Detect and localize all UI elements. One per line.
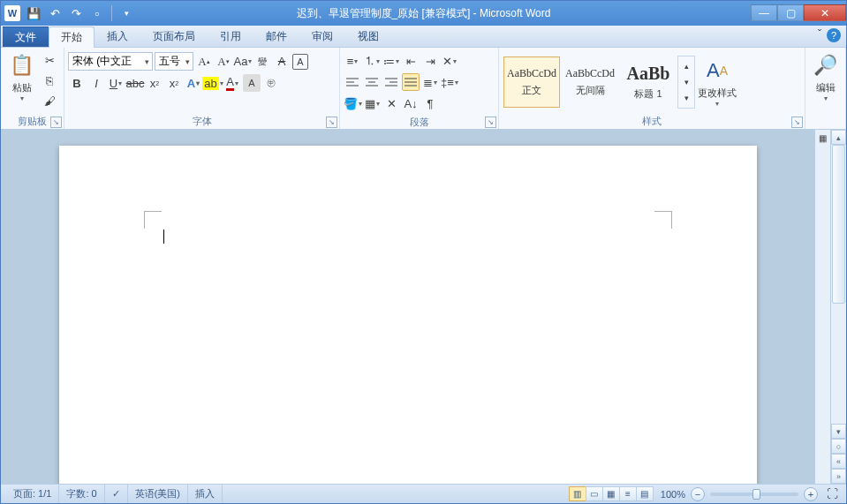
ruler-toggle-icon[interactable]: ▦ (816, 132, 829, 145)
scroll-down-icon[interactable]: ▾ (831, 424, 846, 439)
group-editing: 🔎 编辑 ▾ (805, 48, 846, 129)
scroll-up-icon[interactable]: ▴ (831, 130, 846, 145)
minimize-ribbon-icon[interactable]: ˇ (818, 28, 821, 42)
web-layout-view-icon[interactable]: ▦ (602, 486, 620, 501)
phonetic-guide-icon[interactable]: 變 (253, 53, 271, 71)
status-words[interactable]: 字数: 0 (59, 485, 104, 503)
draft-view-icon[interactable]: ▤ (636, 486, 654, 501)
prev-page-icon[interactable]: « (831, 454, 846, 469)
zoom-out-button[interactable]: − (691, 487, 705, 501)
style-heading1[interactable]: AaBb 标题 1 (620, 56, 677, 108)
status-page[interactable]: 页面: 1/1 (6, 485, 59, 503)
paste-button[interactable]: 📋 粘贴 ▾ (4, 49, 39, 104)
styles-more-icon[interactable]: ▾ (680, 90, 692, 106)
superscript-icon[interactable]: x2 (165, 74, 183, 92)
underline-icon[interactable]: U (107, 74, 125, 92)
align-center-icon[interactable] (363, 73, 381, 91)
grow-font-icon[interactable]: A▴ (195, 53, 213, 71)
tab-references[interactable]: 引用 (208, 26, 253, 47)
clipboard-launcher-icon[interactable]: ↘ (50, 117, 62, 128)
increase-indent-icon[interactable]: ⇥ (421, 52, 439, 70)
tab-home[interactable]: 开始 (49, 26, 95, 48)
strikethrough-icon[interactable]: abc (126, 74, 144, 92)
zoom-level[interactable]: 100% (661, 489, 685, 500)
save-icon[interactable]: 💾 (24, 4, 43, 23)
bold-icon[interactable]: B (68, 74, 86, 92)
change-case-icon[interactable]: Aa (234, 53, 252, 71)
app-window: W 💾 ↶ ↷ ▫ ▾ 迟到、早退管理制度_原始 [兼容模式] - Micros… (0, 0, 847, 504)
bullets-icon[interactable]: ≡ (344, 52, 361, 70)
close-button[interactable]: ✕ (804, 4, 846, 21)
asian-layout-icon[interactable]: ✕ (441, 52, 458, 70)
sort-icon[interactable]: A↓ (402, 94, 420, 112)
distributed-icon[interactable]: ≣ (421, 73, 439, 91)
new-doc-icon[interactable]: ▫ (87, 4, 107, 23)
tab-file[interactable]: 文件 (3, 26, 49, 47)
editing-button[interactable]: 🔎 编辑 ▾ (809, 49, 842, 104)
char-shading-icon[interactable]: A (243, 74, 261, 92)
tab-review[interactable]: 审阅 (299, 26, 345, 47)
style-nospacing[interactable]: AaBbCcDd 无间隔 (562, 56, 618, 108)
text-effects-icon[interactable]: A (185, 74, 202, 92)
clear-format-icon[interactable]: A (273, 53, 291, 71)
tab-view[interactable]: 视图 (345, 26, 391, 47)
zoom-thumb[interactable] (752, 489, 760, 500)
align-justify-icon[interactable] (402, 73, 420, 91)
font-launcher-icon[interactable]: ↘ (326, 117, 337, 128)
tab-insert[interactable]: 插入 (95, 26, 140, 47)
format-painter-icon[interactable]: 🖌 (41, 92, 58, 109)
align-left-icon[interactable] (344, 73, 361, 91)
maximize-button[interactable]: ▢ (777, 4, 804, 21)
status-mode[interactable]: 插入 (188, 485, 223, 503)
snap-grid-icon[interactable]: ✕ (382, 94, 400, 112)
italic-icon[interactable]: I (87, 74, 105, 92)
multilevel-icon[interactable]: ≔ (382, 52, 400, 70)
font-color-icon[interactable]: A (223, 74, 241, 92)
qat-customize-icon[interactable]: ▾ (117, 4, 136, 23)
print-layout-view-icon[interactable]: ▥ (569, 486, 586, 501)
zoom-in-button[interactable]: + (804, 487, 818, 501)
borders-icon[interactable]: ▦ (363, 94, 381, 112)
fullscreen-toggle-icon[interactable]: ⛶ (823, 485, 841, 503)
status-language[interactable]: 英语(美国) (128, 485, 188, 503)
browse-object-icon[interactable]: ○ (831, 439, 846, 454)
style-normal[interactable]: AaBbCcDd 正文 (503, 56, 560, 108)
zoom-slider[interactable] (710, 493, 798, 496)
change-styles-button[interactable]: AA 更改样式 ▾ (695, 55, 739, 109)
tab-mailings[interactable]: 邮件 (253, 26, 299, 47)
styles-launcher-icon[interactable]: ↘ (791, 117, 803, 128)
paragraph-launcher-icon[interactable]: ↘ (485, 117, 496, 128)
help-icon[interactable]: ? (827, 28, 841, 42)
numbering-icon[interactable]: ⒈ (363, 52, 381, 70)
undo-icon[interactable]: ↶ (45, 4, 64, 23)
fullscreen-view-icon[interactable]: ▭ (586, 486, 603, 501)
next-page-icon[interactable]: » (831, 469, 846, 484)
decrease-indent-icon[interactable]: ⇤ (402, 52, 420, 70)
styles-down-icon[interactable]: ▾ (680, 74, 692, 90)
scroll-track[interactable] (831, 145, 846, 424)
line-spacing-icon[interactable]: ‡≡ (441, 73, 458, 91)
subscript-icon[interactable]: x2 (146, 74, 163, 92)
enclose-char-icon[interactable]: ㊥ (262, 74, 280, 92)
char-border-icon[interactable]: A (292, 54, 308, 70)
styles-up-icon[interactable]: ▴ (680, 58, 692, 74)
styles-gallery-scroll: ▴ ▾ ▾ (677, 56, 695, 109)
font-size-combo[interactable]: 五号 (155, 52, 193, 71)
redo-icon[interactable]: ↷ (66, 4, 86, 23)
minimize-button[interactable]: — (751, 4, 777, 21)
shrink-font-icon[interactable]: A▾ (215, 53, 232, 71)
ribbon: 📋 粘贴 ▾ ✂ ⎘ 🖌 剪贴板 ↘ 宋体 (中文正 五号 A▴ (1, 48, 846, 130)
align-right-icon[interactable] (382, 73, 400, 91)
shading-icon[interactable]: 🪣 (344, 94, 361, 112)
copy-icon[interactable]: ⎘ (41, 71, 58, 89)
scroll-thumb[interactable] (832, 145, 845, 304)
show-marks-icon[interactable]: ¶ (421, 94, 439, 112)
page[interactable] (59, 146, 757, 484)
outline-view-icon[interactable]: ≡ (619, 486, 637, 501)
highlight-icon[interactable]: ab (204, 74, 222, 92)
document-area[interactable] (1, 130, 814, 484)
font-name-combo[interactable]: 宋体 (中文正 (68, 52, 153, 71)
cut-icon[interactable]: ✂ (41, 51, 58, 69)
status-proofing[interactable]: ✓ (105, 485, 128, 503)
tab-layout[interactable]: 页面布局 (140, 26, 208, 47)
